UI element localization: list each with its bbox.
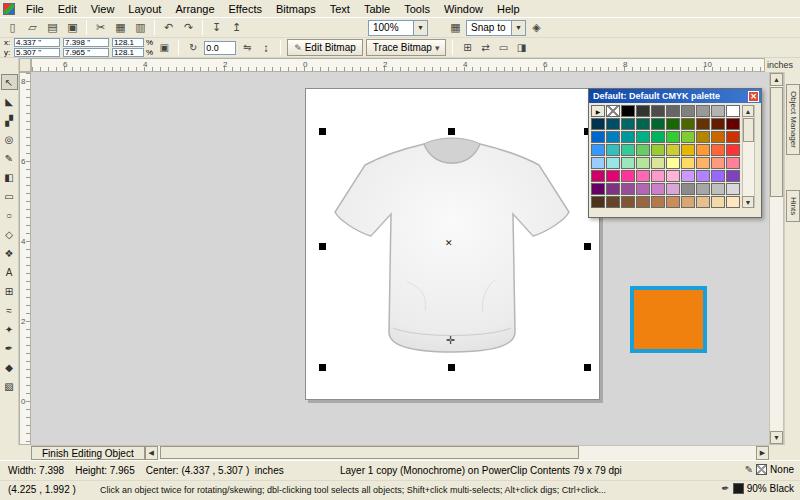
menu-edit[interactable]: Edit bbox=[51, 2, 84, 16]
color-swatch[interactable] bbox=[591, 118, 605, 130]
cut-icon[interactable]: ✂ bbox=[91, 19, 110, 36]
close-icon[interactable]: ✕ bbox=[748, 91, 759, 102]
color-swatch[interactable] bbox=[621, 144, 635, 156]
menu-layout[interactable]: Layout bbox=[121, 2, 168, 16]
color-swatch[interactable] bbox=[606, 118, 620, 130]
vertical-scrollbar[interactable]: ▲ ▼ bbox=[769, 72, 784, 445]
color-swatch[interactable] bbox=[651, 118, 665, 130]
zoom-levels-combo[interactable]: 100% ▼ bbox=[368, 20, 428, 36]
frame-icon[interactable]: ▭ bbox=[495, 40, 511, 56]
color-swatch[interactable] bbox=[591, 183, 605, 195]
x-position-input[interactable] bbox=[14, 38, 60, 47]
color-swatch[interactable] bbox=[606, 183, 620, 195]
color-swatch[interactable] bbox=[666, 131, 680, 143]
color-swatch[interactable] bbox=[591, 196, 605, 208]
color-swatch[interactable] bbox=[666, 157, 680, 169]
color-swatch[interactable] bbox=[711, 183, 725, 195]
basic-shapes-tool[interactable]: ❖ bbox=[1, 245, 18, 261]
docker-tab-hints[interactable]: Hints bbox=[786, 190, 800, 222]
menu-text[interactable]: Text bbox=[323, 2, 357, 16]
selection-center-x-marker[interactable]: ✕ bbox=[445, 238, 453, 248]
mirror-horizontal-icon[interactable]: ⇋ bbox=[239, 40, 255, 56]
color-swatch[interactable] bbox=[621, 105, 635, 117]
color-swatch[interactable] bbox=[696, 144, 710, 156]
color-swatch[interactable] bbox=[696, 105, 710, 117]
color-swatch[interactable] bbox=[681, 157, 695, 169]
vertical-scrollbar-thumb[interactable] bbox=[770, 87, 783, 197]
paste-icon[interactable]: ▥ bbox=[131, 19, 150, 36]
wrap-icon[interactable]: ⇄ bbox=[477, 40, 493, 56]
color-swatch[interactable] bbox=[651, 131, 665, 143]
color-swatch[interactable] bbox=[591, 131, 605, 143]
color-swatch[interactable] bbox=[726, 196, 740, 208]
color-swatch[interactable] bbox=[636, 196, 650, 208]
color-swatch[interactable] bbox=[726, 118, 740, 130]
horizontal-scrollbar-track[interactable] bbox=[158, 446, 756, 460]
interactive-fill-tool[interactable]: ▧ bbox=[1, 378, 18, 394]
color-swatch[interactable] bbox=[696, 118, 710, 130]
scroll-up-icon[interactable]: ▲ bbox=[742, 105, 754, 117]
color-swatch[interactable] bbox=[726, 105, 740, 117]
color-swatch[interactable] bbox=[696, 131, 710, 143]
horizontal-ruler[interactable]: 6420246810 bbox=[31, 58, 765, 72]
color-swatch[interactable] bbox=[591, 144, 605, 156]
color-swatch[interactable] bbox=[711, 157, 725, 169]
color-swatch[interactable] bbox=[636, 131, 650, 143]
color-swatch[interactable] bbox=[636, 144, 650, 156]
ellipse-tool[interactable]: ○ bbox=[1, 207, 18, 223]
color-swatch[interactable] bbox=[651, 105, 665, 117]
color-swatch[interactable] bbox=[696, 196, 710, 208]
color-swatch[interactable] bbox=[651, 196, 665, 208]
color-swatch[interactable] bbox=[681, 118, 695, 130]
color-swatch[interactable] bbox=[651, 170, 665, 182]
order-icon[interactable]: ◨ bbox=[513, 40, 529, 56]
polygon-tool[interactable]: ◇ bbox=[1, 226, 18, 242]
color-swatch[interactable] bbox=[666, 170, 680, 182]
color-swatch[interactable] bbox=[606, 196, 620, 208]
ruler-origin-box[interactable] bbox=[19, 58, 31, 72]
color-swatch[interactable] bbox=[666, 105, 680, 117]
color-swatch[interactable] bbox=[726, 144, 740, 156]
orange-rectangle-object[interactable] bbox=[630, 286, 707, 353]
mirror-vertical-icon[interactable]: ↨ bbox=[258, 40, 274, 56]
color-swatch[interactable] bbox=[636, 157, 650, 169]
selection-handle[interactable] bbox=[584, 364, 591, 371]
menu-window[interactable]: Window bbox=[437, 2, 490, 16]
edit-bitmap-button[interactable]: ✎ Edit Bitmap bbox=[287, 39, 363, 56]
convert-icon[interactable]: ⊞ bbox=[459, 40, 475, 56]
color-swatch[interactable] bbox=[621, 170, 635, 182]
scroll-up-icon[interactable]: ▲ bbox=[770, 73, 783, 86]
eyedropper-tool[interactable]: ✦ bbox=[1, 321, 18, 337]
color-swatch[interactable] bbox=[726, 157, 740, 169]
no-color-swatch[interactable] bbox=[606, 105, 620, 117]
color-swatch[interactable] bbox=[726, 183, 740, 195]
color-swatch[interactable] bbox=[591, 157, 605, 169]
outline-tool[interactable]: ✒ bbox=[1, 340, 18, 356]
options-icon[interactable]: ◈ bbox=[527, 19, 546, 36]
save-icon[interactable]: ▤ bbox=[43, 19, 62, 36]
trace-bitmap-button[interactable]: Trace Bitmap ▾ bbox=[366, 39, 447, 56]
color-swatch[interactable] bbox=[666, 118, 680, 130]
color-swatch[interactable] bbox=[606, 170, 620, 182]
object-origin-crosshair[interactable]: ✛ bbox=[446, 334, 455, 347]
chevron-down-icon[interactable]: ▼ bbox=[413, 21, 427, 35]
color-swatch[interactable] bbox=[651, 183, 665, 195]
menu-arrange[interactable]: Arrange bbox=[168, 2, 221, 16]
selection-handle[interactable] bbox=[319, 243, 326, 250]
color-swatch[interactable] bbox=[711, 118, 725, 130]
print-icon[interactable]: ▣ bbox=[63, 19, 82, 36]
color-swatch[interactable] bbox=[666, 144, 680, 156]
scroll-down-icon[interactable]: ▼ bbox=[770, 431, 783, 444]
selection-handle[interactable] bbox=[584, 243, 591, 250]
menu-tools[interactable]: Tools bbox=[397, 2, 437, 16]
scroll-left-icon[interactable]: ◀ bbox=[145, 446, 158, 460]
scroll-down-icon[interactable]: ▼ bbox=[742, 196, 754, 208]
scroll-right-icon[interactable]: ▶ bbox=[756, 446, 769, 460]
tshirt-bitmap-object[interactable] bbox=[327, 132, 577, 364]
scale-x-input[interactable] bbox=[112, 38, 144, 47]
table-tool[interactable]: ⊞ bbox=[1, 283, 18, 299]
zoom-tool[interactable]: ◎ bbox=[1, 131, 18, 147]
selection-handle[interactable] bbox=[319, 364, 326, 371]
scale-y-input[interactable] bbox=[112, 48, 144, 57]
menu-effects[interactable]: Effects bbox=[222, 2, 269, 16]
